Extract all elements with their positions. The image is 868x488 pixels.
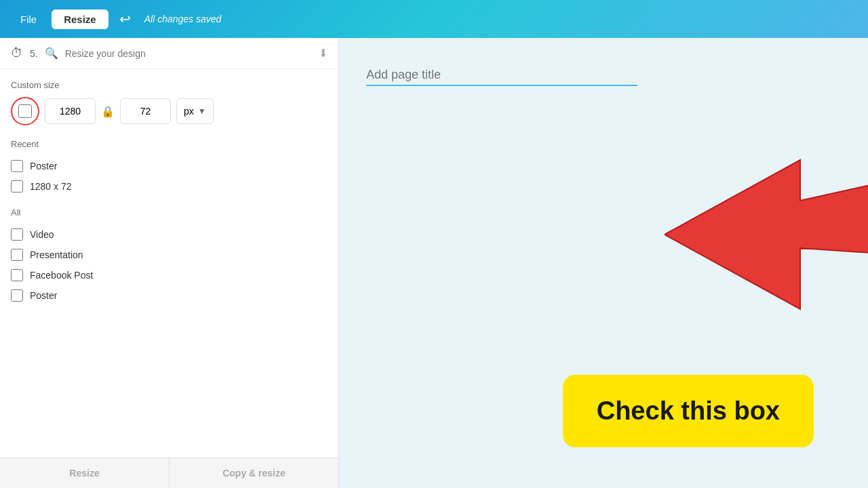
1280x72-label: 1280 x 72 <box>30 181 72 192</box>
search-input[interactable] <box>65 48 312 59</box>
all-section: All Video Presentation Facebook Post Pos… <box>11 207 328 306</box>
custom-size-label: Custom size <box>11 80 328 90</box>
timer-icon: ⏱ <box>11 46 23 60</box>
poster-recent-label: Poster <box>30 161 57 171</box>
red-arrow <box>665 119 868 336</box>
list-item: 1280 x 72 <box>11 176 328 197</box>
page-title-input[interactable] <box>366 65 637 86</box>
presentation-label: Presentation <box>30 249 83 260</box>
custom-size-checkbox[interactable] <box>18 104 32 118</box>
1280x72-checkbox[interactable] <box>11 180 23 192</box>
search-icon: 🔍 <box>45 47 58 60</box>
video-label: Video <box>30 229 54 240</box>
poster-recent-checkbox[interactable] <box>11 160 23 172</box>
unit-dropdown[interactable]: px ▼ <box>176 98 214 124</box>
chevron-down-icon: ▼ <box>198 106 206 116</box>
width-input[interactable] <box>45 98 96 124</box>
svg-marker-0 <box>665 160 868 309</box>
custom-size-checkbox-wrapper <box>11 97 39 125</box>
list-item: Poster <box>11 156 328 176</box>
list-item: Facebook Post <box>11 265 328 285</box>
canvas-area: Check this box <box>339 38 868 488</box>
sidebar-content: Custom size 🔒 px ▼ Recent Poster <box>0 69 338 458</box>
poster-all-label: Poster <box>30 290 57 301</box>
recent-section: Recent Poster 1280 x 72 <box>11 139 328 197</box>
bottom-buttons: Resize Copy & resize <box>0 458 338 488</box>
custom-size-row: 🔒 px ▼ <box>11 97 328 125</box>
recent-label: Recent <box>11 139 328 149</box>
resize-button[interactable]: Resize <box>52 9 108 29</box>
download-icon: ⬇ <box>319 47 328 60</box>
search-area: ⏱ 5. 🔍 ⬇ <box>0 38 338 69</box>
lock-icon: 🔒 <box>101 105 115 118</box>
facebook-post-checkbox[interactable] <box>11 269 23 281</box>
resize-action-button[interactable]: Resize <box>0 458 170 488</box>
presentation-checkbox[interactable] <box>11 249 23 261</box>
height-input[interactable] <box>120 98 171 124</box>
unit-label: px <box>184 106 194 117</box>
video-checkbox[interactable] <box>11 228 23 241</box>
toolbar: File Resize ↩ All changes saved <box>0 0 868 38</box>
check-box-callout: Check this box <box>563 375 814 447</box>
saved-status: All changes saved <box>144 14 222 24</box>
undo-button[interactable]: ↩ <box>114 8 136 30</box>
main-layout: ⏱ 5. 🔍 ⬇ Custom size 🔒 px ▼ <box>0 38 868 488</box>
facebook-post-label: Facebook Post <box>30 270 93 281</box>
file-button[interactable]: File <box>11 9 46 29</box>
sidebar-panel: ⏱ 5. 🔍 ⬇ Custom size 🔒 px ▼ <box>0 38 339 488</box>
poster-all-checkbox[interactable] <box>11 289 23 302</box>
list-item: Video <box>11 224 328 245</box>
list-item: Presentation <box>11 245 328 265</box>
list-item: Poster <box>11 285 328 306</box>
copy-resize-button[interactable]: Copy & resize <box>170 458 338 488</box>
timer-value: 5. <box>30 48 38 59</box>
all-label: All <box>11 207 328 218</box>
